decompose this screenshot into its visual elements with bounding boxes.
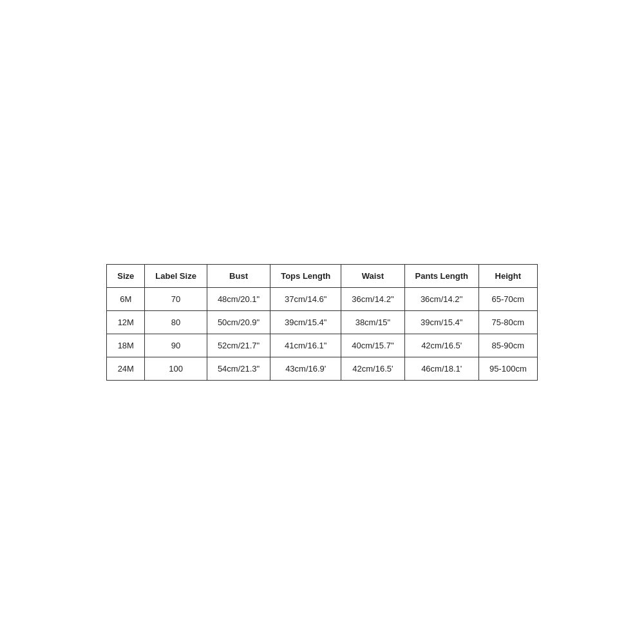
cell-tops-length: 41cm/16.1" bbox=[270, 334, 341, 357]
table-header-row: Size Label Size Bust Tops Length Waist P… bbox=[107, 264, 537, 287]
cell-waist: 36cm/14.2" bbox=[341, 287, 404, 310]
cell-tops-length: 43cm/16.9' bbox=[270, 357, 341, 380]
header-pants-length: Pants Length bbox=[404, 264, 478, 287]
header-tops-length: Tops Length bbox=[270, 264, 341, 287]
cell-size: 18M bbox=[107, 334, 145, 357]
cell-waist: 42cm/16.5' bbox=[341, 357, 404, 380]
cell-tops-length: 37cm/14.6" bbox=[270, 287, 341, 310]
cell-height: 75-80cm bbox=[478, 310, 537, 334]
cell-label-size: 100 bbox=[145, 357, 207, 380]
header-height: Height bbox=[478, 264, 537, 287]
cell-height: 65-70cm bbox=[478, 287, 537, 310]
cell-pants-length: 42cm/16.5' bbox=[404, 334, 478, 357]
cell-pants-length: 46cm/18.1' bbox=[404, 357, 478, 380]
header-waist: Waist bbox=[341, 264, 404, 287]
cell-label-size: 80 bbox=[145, 310, 207, 334]
cell-size: 6M bbox=[107, 287, 145, 310]
cell-size: 12M bbox=[107, 310, 145, 334]
cell-bust: 50cm/20.9" bbox=[207, 310, 270, 334]
cell-size: 24M bbox=[107, 357, 145, 380]
cell-pants-length: 39cm/15.4" bbox=[404, 310, 478, 334]
header-size: Size bbox=[107, 264, 145, 287]
table-row: 12M8050cm/20.9"39cm/15.4"38cm/15"39cm/15… bbox=[107, 310, 537, 334]
cell-height: 95-100cm bbox=[478, 357, 537, 380]
cell-label-size: 90 bbox=[145, 334, 207, 357]
table-row: 18M9052cm/21.7"41cm/16.1"40cm/15.7"42cm/… bbox=[107, 334, 537, 357]
size-chart-table: Size Label Size Bust Tops Length Waist P… bbox=[106, 264, 537, 381]
table-row: 6M7048cm/20.1"37cm/14.6"36cm/14.2"36cm/1… bbox=[107, 287, 537, 310]
cell-tops-length: 39cm/15.4" bbox=[270, 310, 341, 334]
header-label-size: Label Size bbox=[145, 264, 207, 287]
cell-waist: 38cm/15" bbox=[341, 310, 404, 334]
table-row: 24M10054cm/21.3"43cm/16.9'42cm/16.5'46cm… bbox=[107, 357, 537, 380]
cell-bust: 54cm/21.3" bbox=[207, 357, 270, 380]
cell-bust: 48cm/20.1" bbox=[207, 287, 270, 310]
cell-label-size: 70 bbox=[145, 287, 207, 310]
cell-waist: 40cm/15.7" bbox=[341, 334, 404, 357]
cell-height: 85-90cm bbox=[478, 334, 537, 357]
size-chart-container: Size Label Size Bust Tops Length Waist P… bbox=[106, 264, 537, 381]
header-bust: Bust bbox=[207, 264, 270, 287]
cell-pants-length: 36cm/14.2'' bbox=[404, 287, 478, 310]
cell-bust: 52cm/21.7" bbox=[207, 334, 270, 357]
